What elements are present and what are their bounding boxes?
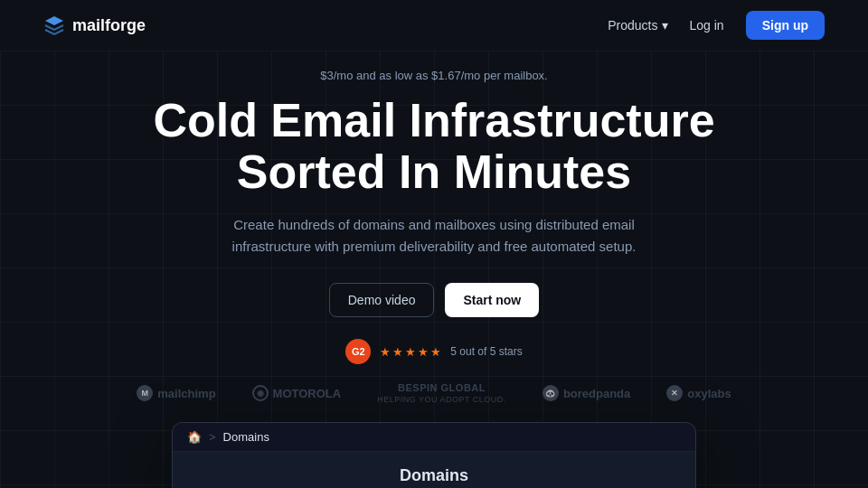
hero-subtitle: Create hundreds of domains and mailboxes… <box>217 214 651 258</box>
mailchimp-icon: M <box>137 385 153 401</box>
logo: mailforge <box>43 14 146 36</box>
demo-video-button[interactable]: Demo video <box>329 283 435 317</box>
db-page-title: Domains <box>187 466 681 485</box>
star-1: ★ <box>380 345 391 359</box>
rating-text: 5 out of 5 stars <box>450 345 522 358</box>
pricing-tag: $3/mo and as low as $1.67/mo per mailbox… <box>320 69 547 82</box>
motorola-label: MOTOROLA <box>273 387 342 400</box>
logo-text: mailforge <box>72 16 146 35</box>
db-content: Domains Your data summary If you wish to… <box>173 452 695 488</box>
chevron-down-icon: ▾ <box>662 18 668 33</box>
rating-row: G2 ★ ★ ★ ★ ★ 5 out of 5 stars <box>345 339 522 364</box>
products-menu[interactable]: Products ▾ <box>608 18 667 33</box>
cta-row: Demo video Start now <box>329 283 539 317</box>
logo-icon <box>43 14 65 36</box>
star-5: ★ <box>430 345 441 359</box>
oxylabs-icon: ✕ <box>666 385 683 401</box>
bespin-label: BESPIN GLOBALHELPING YOU ADOPT CLOUD. <box>377 382 506 404</box>
logos-row: M mailchimp ◉ MOTOROLA BESPIN GLOBALHELP… <box>137 382 731 404</box>
star-3: ★ <box>405 345 416 359</box>
mailchimp-label: mailchimp <box>157 387 215 400</box>
navbar: mailforge Products ▾ Log in Sign up <box>0 0 868 51</box>
products-label: Products <box>608 18 657 33</box>
g2-badge: G2 <box>345 339 371 364</box>
breadcrumb-sep: > <box>209 430 216 444</box>
home-icon: 🏠 <box>187 430 202 444</box>
logo-bespin: BESPIN GLOBALHELPING YOU ADOPT CLOUD. <box>377 382 506 404</box>
start-now-button[interactable]: Start now <box>445 283 539 317</box>
boredpanda-icon: 🐼 <box>542 385 559 401</box>
logo-motorola: ◉ MOTOROLA <box>252 385 342 401</box>
hero-title-line1: Cold Email Infrastructure <box>153 94 714 146</box>
signup-button[interactable]: Sign up <box>746 11 825 40</box>
logo-mailchimp: M mailchimp <box>137 385 215 401</box>
motorola-icon: ◉ <box>252 385 269 401</box>
breadcrumb-page: Domains <box>223 430 269 444</box>
hero-title: Cold Email Infrastructure Sorted In Minu… <box>153 95 714 198</box>
hero-title-line2: Sorted In Minutes <box>237 145 631 198</box>
oxylabs-label: oxylabs <box>687 387 731 400</box>
logo-oxylabs: ✕ oxylabs <box>666 385 731 401</box>
hero-section: $3/mo and as low as $1.67/mo per mailbox… <box>0 51 868 488</box>
star-rating: ★ ★ ★ ★ ★ <box>380 345 441 359</box>
dashboard-preview: 🏠 > Domains Domains Your data summary If… <box>172 422 696 488</box>
logo-boredpanda: 🐼 boredpanda <box>542 385 630 401</box>
boredpanda-label: boredpanda <box>563 387 630 400</box>
star-2: ★ <box>392 345 403 359</box>
star-4: ★ <box>418 345 429 359</box>
g2-label: G2 <box>352 346 365 357</box>
login-button[interactable]: Log in <box>690 18 724 33</box>
nav-right: Products ▾ Log in Sign up <box>608 11 825 40</box>
db-topbar: 🏠 > Domains <box>173 423 695 452</box>
